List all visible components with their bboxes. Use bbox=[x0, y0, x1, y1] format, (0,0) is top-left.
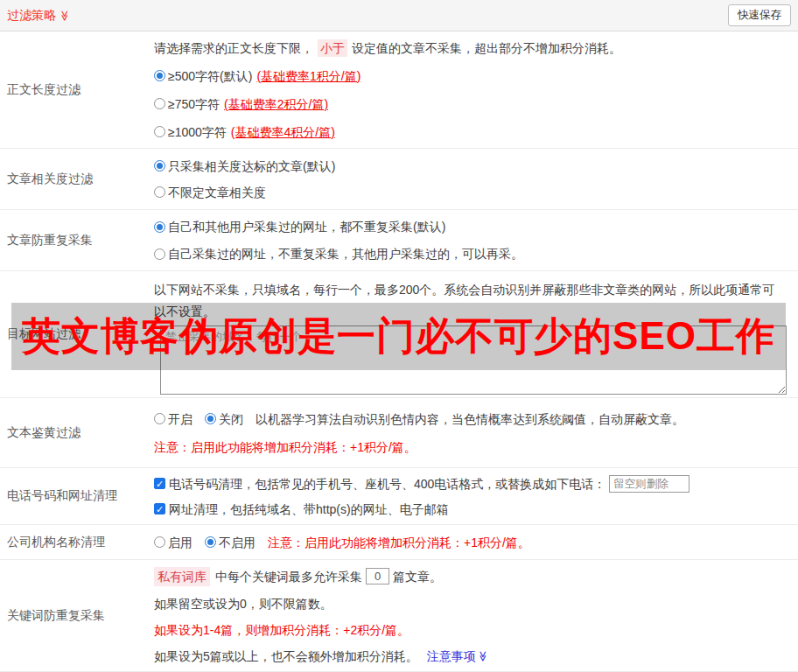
row-label: 文章相关度过滤 bbox=[0, 149, 154, 209]
option-cost: (基础费率1积分/篇) bbox=[256, 67, 360, 85]
radio-icon[interactable] bbox=[154, 98, 165, 109]
porn-filter-description: 以机器学习算法自动识别色情内容，当色情概率达到系统阈值，自动屏蔽文章。 bbox=[256, 410, 684, 428]
row-content: 自己和其他用户采集过的网址，都不重复采集(默认) 自己采集过的网址，不重复采集，… bbox=[154, 210, 798, 270]
row-content: 只采集相关度达标的文章(默认) 不限定文章相关度 bbox=[154, 149, 798, 209]
row-label: 目标网站过滤 bbox=[0, 271, 154, 397]
notes-link-label: 注意事项 bbox=[427, 648, 476, 665]
url-clean-option[interactable]: ✓ 网址清理，包括纯域名、带http(s)的网址、电子邮箱 bbox=[154, 500, 789, 518]
header-bar: 过滤策略 ≫ 快速保存 bbox=[0, 0, 798, 32]
radio-icon-enable[interactable] bbox=[154, 536, 165, 548]
option-on-label[interactable]: 开启 bbox=[168, 410, 192, 428]
radio-icon[interactable] bbox=[154, 221, 165, 233]
porn-filter-note: 注意：启用此功能将增加积分消耗：+1积分/篇。 bbox=[154, 438, 789, 456]
option-label: ≥500字符(默认) bbox=[168, 67, 252, 85]
option-label: 自己和其他用户采集过的网址，都不重复采集(默认) bbox=[168, 218, 445, 235]
radio-icon[interactable] bbox=[154, 160, 165, 172]
option-label: 只采集相关度达标的文章(默认) bbox=[168, 158, 335, 175]
limit-text-mid: 中每个关键词最多允许采集 bbox=[215, 568, 362, 585]
phone-clean-label: 电话号码清理，包括常见的手机号、座机号、400电话格式，或替换成如下电话： bbox=[169, 475, 606, 493]
row-phone-url-clean: 电话号码和网址清理 ✓ 电话号码清理，包括常见的手机号、座机号、400电话格式，… bbox=[0, 468, 798, 525]
url-clean-label: 网址清理，包括纯域名、带http(s)的网址、电子邮箱 bbox=[169, 500, 449, 518]
replacement-phone-input[interactable] bbox=[609, 475, 690, 493]
length-option-750[interactable]: ≥750字符 (基础费率2积分/篇) bbox=[154, 95, 789, 113]
option-label: ≥1000字符 bbox=[168, 123, 227, 141]
dedupe-option-self[interactable]: 自己采集过的网址，不重复采集，其他用户采集过的，可以再采。 bbox=[154, 245, 789, 262]
company-clean-note: 注意：启用此功能将增加积分消耗：+1积分/篇。 bbox=[268, 534, 530, 551]
radio-icon[interactable] bbox=[154, 248, 165, 260]
row-company-name-clean: 公司机构名称清理 启用 不启用 注意：启用此功能将增加积分消耗：+1积分/篇。 bbox=[0, 525, 798, 560]
option-label: 不限定文章相关度 bbox=[168, 184, 266, 201]
radio-icon-on[interactable] bbox=[154, 413, 165, 424]
option-enable-label[interactable]: 启用 bbox=[168, 534, 192, 551]
option-off-label[interactable]: 关闭 bbox=[219, 410, 243, 428]
row-label: 文章防重复采集 bbox=[0, 210, 154, 270]
row-article-dedupe: 文章防重复采集 自己和其他用户采集过的网址，都不重复采集(默认) 自己采集过的网… bbox=[0, 210, 798, 271]
company-clean-options: 启用 不启用 注意：启用此功能将增加积分消耗：+1积分/篇。 bbox=[154, 534, 789, 551]
keyword-count-input[interactable] bbox=[366, 568, 389, 584]
intro-highlight: 小于 bbox=[318, 39, 347, 57]
length-option-1000[interactable]: ≥1000字符 (基础费率4积分/篇) bbox=[154, 123, 789, 141]
target-sites-description: 以下网站不采集，只填域名，每行一个，最多200个。系统会自动识别并屏蔽那些非文章… bbox=[154, 279, 787, 323]
page-title: 过滤策略 bbox=[7, 8, 56, 24]
option-disable-label[interactable]: 不启用 bbox=[219, 534, 256, 551]
dedupe-option-global[interactable]: 自己和其他用户采集过的网址，都不重复采集(默认) bbox=[154, 218, 789, 235]
porn-filter-options: 开启 关闭 以机器学习算法自动识别色情内容，当色情概率达到系统阈值，自动屏蔽文章… bbox=[154, 410, 789, 428]
keyword-note-unlimited: 如果留空或设为0，则不限篇数。 bbox=[154, 595, 789, 612]
row-content: ✓ 电话号码清理，包括常见的手机号、座机号、400电话格式，或替换成如下电话： … bbox=[154, 468, 798, 524]
row-label: 电话号码和网址清理 bbox=[0, 468, 154, 524]
row-relevance-filter: 文章相关度过滤 只采集相关度达标的文章(默认) 不限定文章相关度 bbox=[0, 149, 798, 210]
intro-suffix: 设定值的文章不采集，超出部分不增加积分消耗。 bbox=[352, 39, 621, 57]
private-lexicon-link[interactable]: 私有词库 bbox=[154, 567, 210, 586]
option-cost: (基础费率4积分/篇) bbox=[231, 123, 335, 141]
notes-link[interactable]: 注意事项 ≫ bbox=[427, 648, 489, 665]
radio-icon-disable[interactable] bbox=[205, 536, 216, 548]
row-label: 公司机构名称清理 bbox=[0, 525, 154, 559]
radio-icon-off[interactable] bbox=[205, 413, 216, 424]
quick-save-button[interactable]: 快速保存 bbox=[728, 4, 791, 26]
blocked-domains-textarea[interactable] bbox=[160, 326, 787, 395]
row-content: 开启 关闭 以机器学习算法自动识别色情内容，当色情概率达到系统阈值，自动屏蔽文章… bbox=[154, 398, 798, 467]
radio-icon[interactable] bbox=[154, 126, 165, 137]
row-label: 正文长度过滤 bbox=[0, 32, 154, 148]
option-label: ≥750字符 bbox=[168, 95, 220, 113]
relevance-option-any[interactable]: 不限定文章相关度 bbox=[154, 184, 789, 201]
row-target-site-filter: 目标网站过滤 以下网站不采集，只填域名，每行一个，最多200个。系统会自动识别并… bbox=[0, 271, 798, 398]
keyword-note-five-plus: 如果设为5篇或以上，也不会额外增加积分消耗。 注意事项 ≫ bbox=[154, 648, 789, 665]
chevron-double-down-icon: ≫ bbox=[478, 650, 488, 662]
keyword-limit-line: 私有词库 中每个关键词最多允许采集 篇文章。 bbox=[154, 567, 789, 586]
phone-clean-option[interactable]: ✓ 电话号码清理，包括常见的手机号、座机号、400电话格式，或替换成如下电话： bbox=[154, 475, 789, 493]
checkbox-icon-checked[interactable]: ✓ bbox=[154, 503, 165, 514]
row-porn-filter: 文本鉴黄过滤 开启 关闭 以机器学习算法自动识别色情内容，当色情概率达到系统阈值… bbox=[0, 398, 798, 468]
length-option-500[interactable]: ≥500字符(默认) (基础费率1积分/篇) bbox=[154, 67, 789, 85]
relevance-option-strict[interactable]: 只采集相关度达标的文章(默认) bbox=[154, 158, 789, 175]
radio-icon[interactable] bbox=[154, 70, 165, 81]
row-label: 关键词防重复采集 bbox=[0, 560, 154, 671]
chevron-double-down-icon: ≫ bbox=[60, 10, 70, 21]
section-collapse-toggle[interactable]: 过滤策略 ≫ bbox=[7, 8, 71, 24]
limit-text-suffix: 篇文章。 bbox=[393, 568, 442, 585]
radio-icon[interactable] bbox=[154, 186, 165, 198]
option-cost: (基础费率2积分/篇) bbox=[224, 95, 328, 113]
row-content: 请选择需求的正文长度下限， 小于 设定值的文章不采集，超出部分不增加积分消耗。 … bbox=[154, 32, 798, 148]
five-plus-text: 如果设为5篇或以上，也不会额外增加积分消耗。 bbox=[154, 648, 418, 665]
row-keyword-dedupe: 关键词防重复采集 私有词库 中每个关键词最多允许采集 篇文章。 如果留空或设为0… bbox=[0, 560, 798, 672]
length-intro: 请选择需求的正文长度下限， 小于 设定值的文章不采集，超出部分不增加积分消耗。 bbox=[154, 39, 789, 57]
row-content: 启用 不启用 注意：启用此功能将增加积分消耗：+1积分/篇。 bbox=[154, 525, 798, 559]
keyword-note-cost: 如果设为1-4篇，则增加积分消耗：+2积分/篇。 bbox=[154, 621, 789, 639]
row-label: 文本鉴黄过滤 bbox=[0, 398, 154, 467]
row-content: 私有词库 中每个关键词最多允许采集 篇文章。 如果留空或设为0，则不限篇数。 如… bbox=[154, 560, 798, 671]
checkbox-icon-checked[interactable]: ✓ bbox=[154, 478, 165, 489]
intro-prefix: 请选择需求的正文长度下限， bbox=[154, 39, 313, 57]
row-content-length-filter: 正文长度过滤 请选择需求的正文长度下限， 小于 设定值的文章不采集，超出部分不增… bbox=[0, 32, 798, 149]
option-label: 自己采集过的网址，不重复采集，其他用户采集过的，可以再采。 bbox=[168, 245, 523, 262]
row-content: 以下网站不采集，只填域名，每行一个，最多200个。系统会自动识别并屏蔽那些非文章… bbox=[154, 271, 798, 397]
filter-strategy-page: 过滤策略 ≫ 快速保存 正文长度过滤 请选择需求的正文长度下限， 小于 设定值的… bbox=[0, 0, 798, 672]
